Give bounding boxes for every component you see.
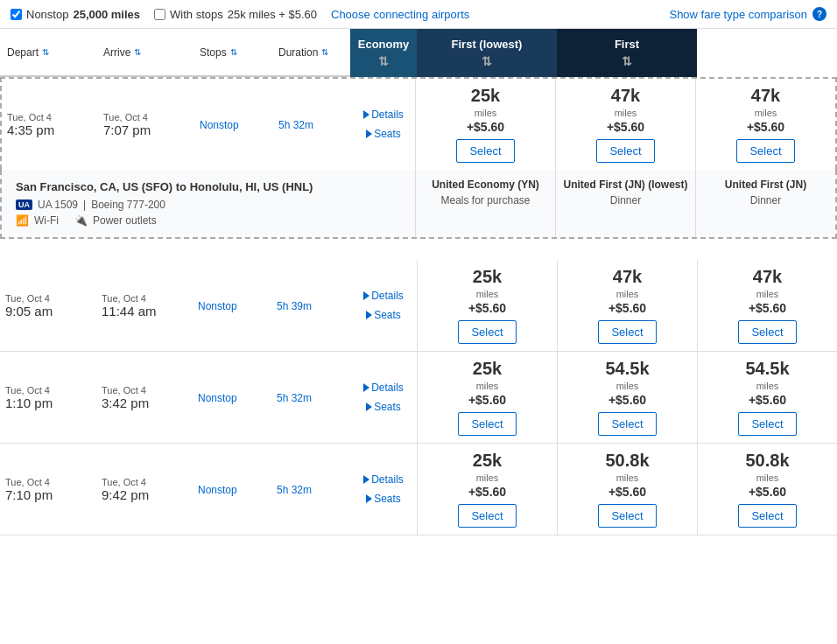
column-headers: Depart ⇅ Arrive ⇅ Stops ⇅ Duration ⇅ Eco… xyxy=(0,29,837,77)
nonstop-miles: 25,000 miles xyxy=(73,8,140,21)
seats-link[interactable]: Seats xyxy=(366,493,401,505)
stops-cell: Nonstop xyxy=(193,384,271,411)
separator: | xyxy=(83,199,86,211)
duration-sort-icon: ⇅ xyxy=(321,47,328,57)
nonstop-checkbox[interactable] xyxy=(11,9,22,20)
first-lowest-select-button[interactable]: Select xyxy=(598,412,656,436)
stops-header[interactable]: Stops ⇅ xyxy=(193,29,271,77)
economy-fare-cell: 25k miles +$5.60 Select xyxy=(417,260,557,351)
first-lowest-fare-cell: 47k miles +$5.60 Select xyxy=(555,79,695,170)
first-lowest-class-title: United First (JN) (lowest) xyxy=(563,178,688,191)
first-fare-cell: 47k miles +$5.60 Select xyxy=(697,260,837,351)
fare-compare-link[interactable]: Show fare type comparison xyxy=(669,8,807,21)
fare-compare-section: Show fare type comparison ? xyxy=(669,7,826,21)
first-lowest-sort-icon: ⇅ xyxy=(482,54,492,68)
wifi-row: 📶 Wi-Fi 🔌 Power outlets xyxy=(16,214,401,227)
first-lowest-fare-cell: 50.8k miles +$5.60 Select xyxy=(557,444,697,535)
nonstop-filter[interactable]: Nonstop 25,000 miles xyxy=(11,8,140,21)
wifi-label: Wi-Fi xyxy=(34,214,59,227)
economy-fare-cell: 25k miles +$5.60 Select xyxy=(417,444,557,535)
seats-triangle-icon xyxy=(366,130,372,138)
economy-select-button[interactable]: Select xyxy=(458,504,516,528)
duration-cell: 5h 39m xyxy=(271,292,350,319)
first-lowest-header[interactable]: First (lowest) ⇅ xyxy=(417,29,557,77)
stops-cell: Nonstop xyxy=(194,111,273,138)
duration-cell: 5h 32m xyxy=(271,476,350,503)
first-select-button[interactable]: Select xyxy=(738,320,796,344)
withstops-miles: 25k miles + $5.60 xyxy=(228,8,317,21)
flight-details-expanded: San Francisco, CA, US (SFO) to Honolulu,… xyxy=(0,170,837,239)
details-seats-cell: Details Seats xyxy=(350,470,417,508)
details-triangle-icon xyxy=(363,383,369,392)
first-lowest-select-button[interactable]: Select xyxy=(596,139,654,163)
details-triangle-icon xyxy=(363,110,369,119)
route-title: San Francisco, CA, US (SFO) to Honolulu,… xyxy=(16,180,401,193)
aircraft-type: Boeing 777-200 xyxy=(91,199,165,211)
details-link[interactable]: Details xyxy=(363,382,404,394)
flight-number: UA 1509 xyxy=(38,199,78,211)
arrive-sort-icon: ⇅ xyxy=(134,47,141,57)
details-link[interactable]: Details xyxy=(363,290,404,302)
duration-cell: 5h 32m xyxy=(271,384,350,411)
arrive-cell: Tue, Oct 4 3:42 pm xyxy=(96,378,193,417)
economy-select-button[interactable]: Select xyxy=(458,412,516,436)
stops-cell: Nonstop xyxy=(193,292,271,319)
depart-cell: Tue, Oct 4 1:10 pm xyxy=(0,378,96,417)
economy-fare-cell: 25k miles +$5.60 Select xyxy=(415,79,555,170)
power-icon: 🔌 xyxy=(74,214,88,227)
seats-link[interactable]: Seats xyxy=(366,309,401,321)
wifi-icon: 📶 xyxy=(16,214,29,227)
power-label: Power outlets xyxy=(93,214,157,227)
arrive-cell: Tue, Oct 4 7:07 pm xyxy=(98,105,194,144)
flight-number-row: UA UA 1509 | Boeing 777-200 xyxy=(16,199,401,211)
details-seats-cell: Details Seats xyxy=(352,105,415,144)
economy-select-button[interactable]: Select xyxy=(458,320,516,344)
help-icon[interactable]: ? xyxy=(812,7,826,21)
stops-sort-icon: ⇅ xyxy=(230,47,237,57)
withstops-checkbox[interactable] xyxy=(154,9,165,20)
first-select-button[interactable]: Select xyxy=(736,139,794,163)
stops-cell: Nonstop xyxy=(193,476,271,503)
depart-cell: Tue, Oct 4 9:05 am xyxy=(0,286,96,326)
details-grid: San Francisco, CA, US (SFO) to Honolulu,… xyxy=(2,170,835,237)
table-row: Tue, Oct 4 7:10 pm Tue, Oct 4 9:42 pm No… xyxy=(0,444,837,536)
ua-logo: UA xyxy=(16,200,32,210)
duration-header[interactable]: Duration ⇅ xyxy=(271,29,350,77)
seats-triangle-icon xyxy=(366,494,372,503)
first-lowest-fare-cell: 54.5k miles +$5.60 Select xyxy=(557,352,697,443)
details-seats-cell: Details Seats xyxy=(350,378,417,416)
first-meal: Dinner xyxy=(703,194,828,206)
flight-info-panel: San Francisco, CA, US (SFO) to Honolulu,… xyxy=(2,170,415,237)
seats-link[interactable]: Seats xyxy=(366,401,401,413)
first-class-title: United First (JN) xyxy=(703,178,828,191)
seats-link[interactable]: Seats xyxy=(366,128,401,140)
first-lowest-select-button[interactable]: Select xyxy=(598,320,656,344)
duration-cell: 5h 32m xyxy=(273,111,352,138)
first-lowest-fare-info: United First (JN) (lowest) Dinner xyxy=(555,170,695,237)
seats-triangle-icon xyxy=(366,311,372,319)
arrive-header[interactable]: Arrive ⇅ xyxy=(96,29,193,77)
first-header[interactable]: First ⇅ xyxy=(557,29,697,77)
depart-header[interactable]: Depart ⇅ xyxy=(0,29,96,77)
first-lowest-select-button[interactable]: Select xyxy=(598,504,656,528)
first-select-button[interactable]: Select xyxy=(738,504,796,528)
withstops-filter[interactable]: With stops 25k miles + $5.60 xyxy=(154,8,317,21)
economy-fare-cell: 25k miles +$5.60 Select xyxy=(417,352,557,443)
economy-class-title: United Economy (YN) xyxy=(423,178,548,191)
arrive-cell: Tue, Oct 4 9:42 pm xyxy=(96,470,193,509)
depart-cell: Tue, Oct 4 4:35 pm xyxy=(2,105,98,144)
first-fare-cell: 54.5k miles +$5.60 Select xyxy=(697,352,837,443)
nonstop-label: Nonstop xyxy=(26,8,68,21)
first-select-button[interactable]: Select xyxy=(738,412,796,436)
first-lowest-meal: Dinner xyxy=(563,194,688,206)
economy-header[interactable]: Economy ⇅ xyxy=(350,29,417,77)
connecting-airports-link[interactable]: Choose connecting airports xyxy=(331,8,469,21)
details-link[interactable]: Details xyxy=(363,108,404,121)
details-link[interactable]: Details xyxy=(363,473,404,486)
economy-fare-info: United Economy (YN) Meals for purchase xyxy=(415,170,555,237)
first-lowest-fare-cell: 47k miles +$5.60 Select xyxy=(557,260,697,351)
economy-select-button[interactable]: Select xyxy=(456,139,514,163)
economy-sort-icon: ⇅ xyxy=(378,54,389,68)
first-fare-cell: 47k miles +$5.60 Select xyxy=(695,79,835,170)
economy-meal: Meals for purchase xyxy=(423,194,548,206)
